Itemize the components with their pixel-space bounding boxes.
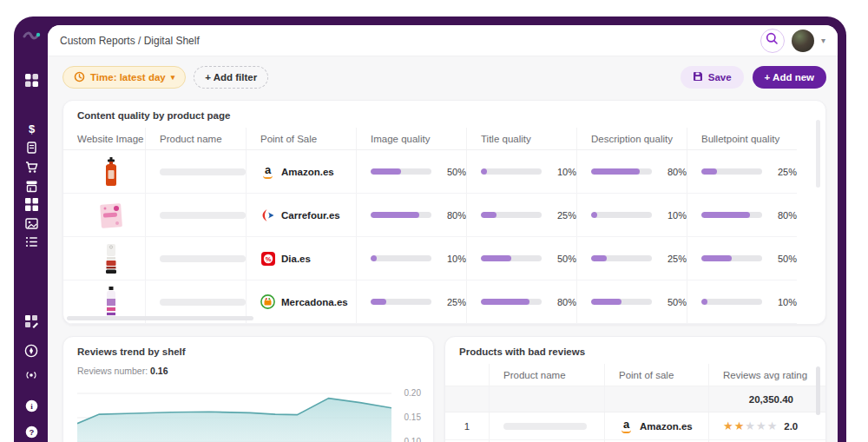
- user-avatar[interactable]: [792, 30, 814, 52]
- info-icon[interactable]: i: [24, 399, 38, 412]
- pos-name: Dia.es: [281, 254, 311, 264]
- progress-value: 50%: [773, 254, 797, 264]
- col-header: Point of Sale: [246, 128, 356, 149]
- product-name-placeholder: [160, 212, 246, 219]
- image-quality-cell: 10%: [356, 237, 466, 280]
- save-button[interactable]: Save: [681, 66, 744, 89]
- progress-track: [591, 255, 652, 261]
- progress-fill: [371, 299, 386, 305]
- y-tick-label: 0.10: [402, 437, 421, 442]
- point-of-sale-cell: a Amazon.es: [246, 150, 356, 193]
- progress-track: [701, 299, 762, 305]
- store-icon[interactable]: [24, 179, 38, 193]
- title-quality-cell: 25%: [466, 194, 576, 236]
- content-icon[interactable]: [24, 141, 38, 155]
- progress-fill: [591, 212, 597, 218]
- progress-track: [481, 212, 542, 218]
- chart-metric: Reviews number: 0.16: [63, 364, 433, 376]
- pos-name: Mercadona.es: [281, 297, 348, 307]
- signal-icon[interactable]: [24, 368, 38, 382]
- amazon-logo: a: [260, 164, 275, 179]
- save-label: Save: [708, 72, 732, 82]
- dashboard-icon[interactable]: [24, 73, 38, 87]
- col-header: Product name: [145, 128, 246, 149]
- media-report-icon[interactable]: [24, 216, 38, 230]
- product-name-placeholder: [160, 168, 246, 175]
- reviews-trend-card: Reviews trend by shelf Reviews number: 0…: [62, 336, 434, 442]
- product-name-placeholder: [160, 255, 246, 262]
- progress-track: [371, 212, 431, 218]
- bulletpoint-quality-cell: 80%: [687, 194, 797, 236]
- product-name-placeholder: [160, 299, 246, 306]
- vertical-scrollbar[interactable]: [816, 120, 820, 188]
- search-button[interactable]: [760, 29, 785, 53]
- card-title: Content quality by product page: [63, 101, 825, 128]
- add-new-button[interactable]: + Add new: [753, 66, 826, 89]
- col-header-index: [445, 364, 489, 386]
- cart-icon[interactable]: [24, 160, 38, 174]
- progress-value: 25%: [663, 254, 687, 264]
- pos-name: Amazon.es: [640, 421, 693, 432]
- progress-value: 10%: [663, 210, 687, 221]
- table-row[interactable]: 1 a Amazon.es ★★★★★ 2.0: [445, 412, 825, 440]
- list-icon[interactable]: [24, 234, 38, 248]
- app-page: $ i ? Custom Reports / Digital Shelf: [0, 0, 868, 442]
- point-of-sale-cell: % Dia.es: [246, 237, 356, 280]
- content-quality-table: Website Image Product name Point of Sale…: [63, 128, 797, 324]
- progress-track: [371, 168, 431, 175]
- title-quality-cell: 80%: [466, 280, 576, 323]
- content-area: Custom Reports / Digital Shelf ▾ Time: l…: [48, 25, 838, 442]
- progress-track: [701, 212, 762, 218]
- point-of-sale-cell: Mercadona.es: [246, 280, 356, 323]
- carrefour-logo: [260, 208, 275, 222]
- table-row[interactable]: Carrefour.es 80% 25% 10% 80%: [63, 194, 797, 237]
- pos-name: Amazon.es: [281, 167, 334, 177]
- help-icon[interactable]: ?: [24, 425, 38, 439]
- col-header: Product name: [489, 364, 604, 386]
- progress-track: [371, 299, 431, 305]
- progress-fill: [481, 212, 496, 218]
- progress-fill: [481, 168, 487, 175]
- table-row[interactable]: a Amazon.es 50% 10% 80% 25%: [63, 150, 797, 194]
- apps-icon[interactable]: [24, 197, 38, 211]
- horizontal-scrollbar[interactable]: [67, 316, 253, 320]
- metric-label: Reviews number:: [77, 366, 148, 376]
- progress-track: [591, 168, 652, 175]
- time-filter-pill[interactable]: Time: latest day ▾: [62, 66, 186, 89]
- rating-value: 2.0: [784, 421, 798, 432]
- dia-logo: %: [260, 251, 275, 266]
- progress-track: [481, 299, 542, 305]
- table-row[interactable]: % Dia.es 10% 50% 25% 50%: [63, 237, 797, 280]
- mercadona-logo: [260, 294, 275, 309]
- progress-value: 80%: [773, 210, 797, 221]
- sidebar: $ i ?: [14, 16, 48, 442]
- image-quality-cell: 80%: [356, 194, 466, 236]
- explore-compass-icon[interactable]: [24, 344, 38, 358]
- bulletpoint-quality-cell: 50%: [687, 237, 797, 280]
- progress-fill: [591, 299, 621, 305]
- svg-text:?: ?: [29, 427, 34, 437]
- breadcrumb[interactable]: Custom Reports / Digital Shelf: [60, 35, 200, 47]
- area-chart: [77, 386, 391, 442]
- progress-fill: [371, 255, 377, 261]
- product-name-cell: [145, 194, 246, 236]
- pos-name: Carrefour.es: [281, 210, 340, 221]
- brand-logo[interactable]: [22, 29, 41, 43]
- progress-value: 10%: [553, 167, 576, 177]
- progress-track: [481, 168, 542, 175]
- chevron-down-icon[interactable]: ▾: [821, 36, 825, 45]
- progress-fill: [481, 299, 529, 305]
- custom-reports-icon[interactable]: [24, 314, 38, 328]
- amazon-logo: a: [619, 419, 634, 433]
- summary-row: 20,350.40: [445, 386, 825, 412]
- vertical-scrollbar[interactable]: [816, 366, 820, 415]
- sales-icon[interactable]: $: [24, 122, 38, 135]
- progress-fill: [701, 299, 707, 305]
- content-quality-card: Content quality by product page Website …: [62, 100, 826, 325]
- progress-track: [701, 168, 762, 175]
- add-filter-button[interactable]: + Add filter: [194, 66, 268, 89]
- y-tick-label: 0.20: [402, 388, 421, 398]
- table-header-row: Website Image Product name Point of Sale…: [63, 128, 797, 150]
- progress-value: 50%: [663, 297, 687, 307]
- progress-fill: [371, 168, 401, 175]
